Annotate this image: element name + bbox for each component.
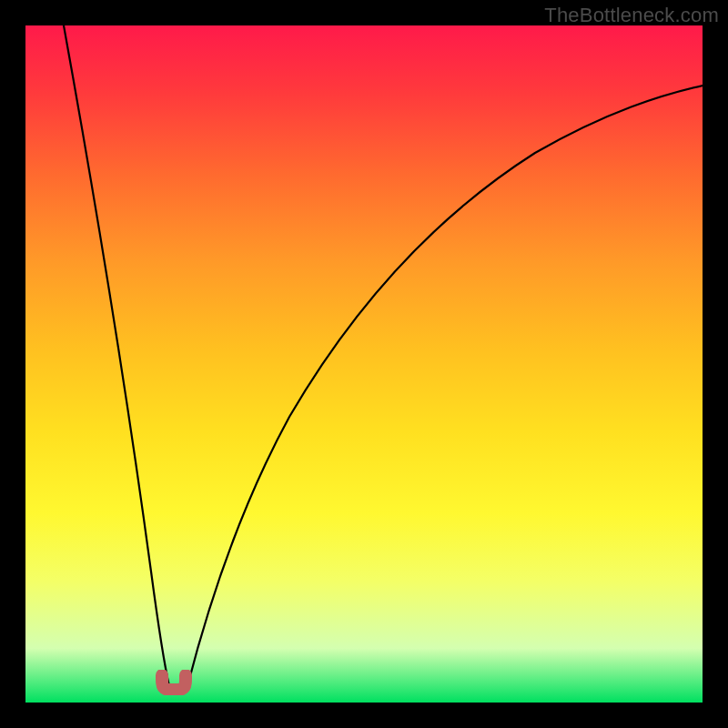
plot-area — [25, 25, 703, 703]
optimal-marker — [155, 670, 193, 695]
optimal-marker-icon — [155, 670, 193, 695]
curve-right — [187, 86, 703, 686]
curve-layer — [25, 25, 703, 703]
curve-left — [64, 25, 169, 686]
outer-frame: TheBottleneck.com — [0, 0, 728, 728]
watermark-text: TheBottleneck.com — [544, 4, 719, 27]
